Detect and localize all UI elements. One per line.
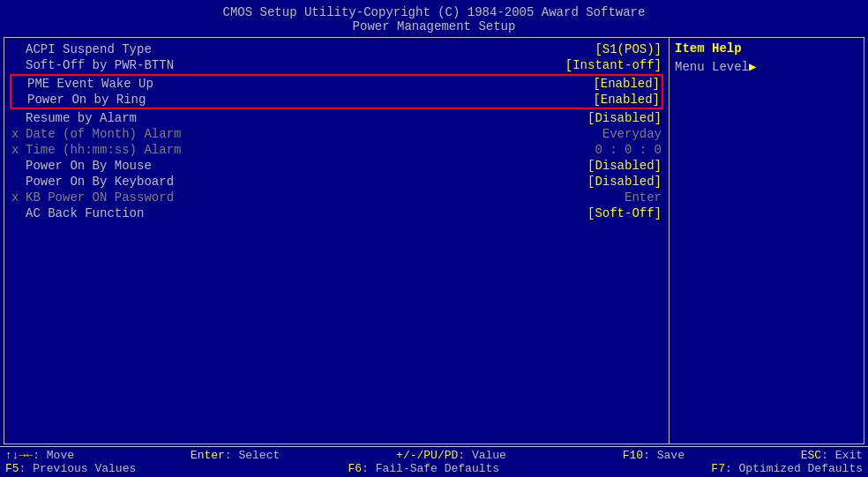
footer-enter: Enter: Select [191,449,280,462]
table-row[interactable]: AC Back Function [Soft-Off] [10,205,663,221]
main-area: ACPI Suspend Type [S1(POS)] Soft-Off by … [4,37,864,444]
table-row: x Date (of Month) Alarm Everyday [10,126,663,142]
header: CMOS Setup Utility-Copyright (C) 1984-20… [0,0,868,35]
table-row[interactable]: Soft-Off by PWR-BTTN [Instant-off] [10,57,663,73]
footer-move: ↑↓→←: Move [5,449,74,462]
table-row[interactable]: Resume by Alarm [Disabled] [10,110,663,126]
footer-f7: F7: Optimized Defaults [711,462,863,475]
table-row[interactable]: ACPI Suspend Type [S1(POS)] [10,41,663,57]
left-panel: ACPI Suspend Type [S1(POS)] Soft-Off by … [4,38,670,443]
item-help-title: Item Help [675,41,858,56]
footer-value: +/-/PU/PD: Value [396,449,506,462]
table-row[interactable]: Power On By Mouse [Disabled] [10,158,663,174]
table-row: x KB Power ON Password Enter [10,190,663,205]
footer-f6: F6: Fail-Safe Defaults [348,462,499,475]
table-row[interactable]: PME Event Wake Up [Enabled] [11,76,662,92]
footer-row-2: F5: Previous Values F6: Fail-Safe Defaul… [5,462,863,475]
header-title: CMOS Setup Utility-Copyright (C) 1984-20… [0,5,868,19]
table-row[interactable]: Power On by Ring [Enabled] [11,92,662,108]
footer-f10: F10: Save [623,449,685,462]
right-panel: Item Help Menu Level▶ [670,38,864,443]
header-subtitle: Power Management Setup [0,19,868,34]
highlight-box: PME Event Wake Up [Enabled] Power On by … [10,74,663,109]
footer-f5: F5: Previous Values [5,462,136,475]
arrow-right-icon: ▶ [749,60,756,74]
bios-screen: CMOS Setup Utility-Copyright (C) 1984-20… [0,0,868,477]
footer-row-1: ↑↓→←: Move Enter: Select +/-/PU/PD: Valu… [5,449,863,462]
table-row: x Time (hh:mm:ss) Alarm 0 : 0 : 0 [10,142,663,158]
footer-esc: ESC: Exit [801,449,863,462]
menu-level: Menu Level▶ [675,59,858,74]
footer: ↑↓→←: Move Enter: Select +/-/PU/PD: Valu… [0,446,868,477]
table-row[interactable]: Power On By Keyboard [Disabled] [10,174,663,190]
